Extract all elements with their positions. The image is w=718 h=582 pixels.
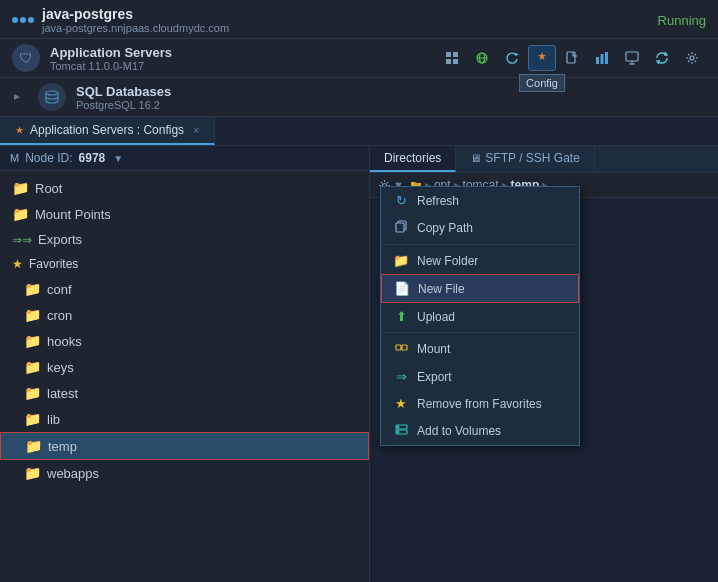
- ctx-upload-label: Upload: [417, 310, 455, 324]
- favorites-header: ★ Favorites: [0, 252, 369, 276]
- globe-btn[interactable]: [468, 45, 496, 71]
- tab-sftp[interactable]: 🖥 SFTP / SSH Gate: [456, 146, 594, 172]
- copy-icon: [393, 220, 409, 236]
- app-icon: [12, 17, 34, 23]
- monitor-btn[interactable]: [618, 45, 646, 71]
- shield-icon: 🛡: [12, 44, 40, 72]
- folder-item-webapps[interactable]: 📁 webapps: [0, 460, 369, 486]
- folder-item-exports[interactable]: ⇒⇒ Exports: [0, 227, 369, 252]
- dropdown-arrow[interactable]: ▼: [113, 153, 123, 164]
- ctx-new-file-label: New File: [418, 282, 465, 296]
- export-icon: ⇒: [393, 369, 409, 384]
- ctx-mount-label: Mount: [417, 342, 450, 356]
- folder-icon-conf: 📁: [24, 281, 41, 297]
- folder-icon-cron: 📁: [24, 307, 41, 323]
- dir-tabs: Directories 🖥 SFTP / SSH Gate: [370, 146, 718, 173]
- folder-label-exports: Exports: [38, 232, 82, 247]
- folder-icon-webapps: 📁: [24, 465, 41, 481]
- node-version-appservers: Tomcat 11.0.0-M17: [50, 60, 172, 72]
- folder-label-root: Root: [35, 181, 62, 196]
- ctx-add-volumes[interactable]: Add to Volumes: [381, 417, 579, 445]
- folder-item-keys[interactable]: 📁 keys: [0, 354, 369, 380]
- ctx-divider-2: [381, 332, 579, 333]
- svg-rect-3: [453, 59, 458, 64]
- ctx-export[interactable]: ⇒ Export: [381, 363, 579, 390]
- sftp-tab-inner: 🖥 SFTP / SSH Gate: [470, 151, 579, 165]
- folder-item-lib[interactable]: 📁 lib: [0, 406, 369, 432]
- folder-label-conf: conf: [47, 282, 72, 297]
- star-remove-icon: ★: [393, 396, 409, 411]
- left-panel: M Node ID: 6978 ▼ 📁 Root 📁 Mount Points …: [0, 146, 370, 582]
- folder-item-temp[interactable]: 📁 temp: [0, 432, 369, 460]
- ctx-new-folder[interactable]: 📁 New Folder: [381, 247, 579, 274]
- app-info: java-postgres java-postgres.nnjpaas.clou…: [12, 6, 229, 34]
- dot-blue-3: [28, 17, 34, 23]
- node-row-appservers[interactable]: 🛡 Application Servers Tomcat 11.0.0-M17 …: [0, 39, 718, 78]
- app-subtitle: java-postgres.nnjpaas.cloudmydc.com: [42, 22, 229, 34]
- app-title-group: java-postgres java-postgres.nnjpaas.clou…: [42, 6, 229, 34]
- upload-icon: ⬆: [393, 309, 409, 324]
- ctx-copy-path-label: Copy Path: [417, 221, 473, 235]
- folder-icon-lib: 📁: [24, 411, 41, 427]
- svg-point-26: [397, 431, 399, 433]
- dot-blue-2: [20, 17, 26, 23]
- tab-directories[interactable]: Directories: [370, 146, 456, 172]
- config-btn[interactable]: Config: [528, 45, 556, 71]
- folder-label-lib: lib: [47, 412, 60, 427]
- ctx-refresh[interactable]: ↻ Refresh: [381, 187, 579, 214]
- folder-item-cron[interactable]: 📁 cron: [0, 302, 369, 328]
- folder-item-mount[interactable]: 📁 Mount Points: [0, 201, 369, 227]
- svg-marker-15: [14, 94, 20, 100]
- svg-point-16: [46, 91, 58, 95]
- context-menu: ↻ Refresh Copy Path 📁 New Folder 📄 New F…: [380, 186, 580, 446]
- tab-configs[interactable]: Application Servers : Configs ×: [0, 117, 215, 145]
- db-icon: [38, 83, 66, 111]
- ctx-mount[interactable]: Mount: [381, 335, 579, 363]
- folder-icon-temp: 📁: [25, 438, 42, 454]
- volumes-icon: [393, 423, 409, 439]
- toolbar-row: Config: [438, 45, 706, 71]
- ctx-copy-path[interactable]: Copy Path: [381, 214, 579, 242]
- folder-list: 📁 Root 📁 Mount Points ⇒⇒ Exports ★ Favor…: [0, 171, 369, 582]
- grid-btn[interactable]: [438, 45, 466, 71]
- sync-btn[interactable]: [648, 45, 676, 71]
- tab-directories-label: Directories: [384, 151, 441, 165]
- new-file-icon: 📄: [394, 281, 410, 296]
- svg-rect-20: [396, 345, 401, 350]
- app-title: java-postgres: [42, 6, 229, 22]
- file-btn[interactable]: [558, 45, 586, 71]
- favorites-label: Favorites: [29, 257, 78, 271]
- main-content: M Node ID: 6978 ▼ 📁 Root 📁 Mount Points …: [0, 146, 718, 582]
- node-row-sql[interactable]: SQL Databases PostgreSQL 16.2: [0, 78, 718, 117]
- svg-rect-1: [453, 52, 458, 57]
- tab-label: Application Servers : Configs: [30, 123, 184, 137]
- node-text-appservers: Application Servers Tomcat 11.0.0-M17: [50, 45, 172, 72]
- ctx-upload[interactable]: ⬆ Upload: [381, 303, 579, 330]
- expand-arrow[interactable]: [12, 90, 28, 105]
- ctx-refresh-label: Refresh: [417, 194, 459, 208]
- svg-point-14: [690, 56, 694, 60]
- ctx-export-label: Export: [417, 370, 452, 384]
- ctx-remove-favorites[interactable]: ★ Remove from Favorites: [381, 390, 579, 417]
- node-id-value: 6978: [79, 151, 106, 165]
- ctx-new-file[interactable]: 📄 New File: [381, 274, 579, 303]
- tab-close[interactable]: ×: [193, 124, 199, 136]
- folder-item-hooks[interactable]: 📁 hooks: [0, 328, 369, 354]
- chart-btn[interactable]: [588, 45, 616, 71]
- ctx-remove-favorites-label: Remove from Favorites: [417, 397, 542, 411]
- svg-rect-7: [567, 52, 575, 63]
- folder-label-keys: keys: [47, 360, 74, 375]
- dot-blue: [12, 17, 18, 23]
- folder-icon-mount: 📁: [12, 206, 29, 222]
- folder-item-conf[interactable]: 📁 conf: [0, 276, 369, 302]
- folder-label-mount: Mount Points: [35, 207, 111, 222]
- refresh-btn[interactable]: [498, 45, 526, 71]
- settings-btn[interactable]: [678, 45, 706, 71]
- m-label: M: [10, 152, 19, 164]
- node-name-sql: SQL Databases: [76, 84, 171, 99]
- folder-item-root[interactable]: 📁 Root: [0, 175, 369, 201]
- refresh-icon: ↻: [393, 193, 409, 208]
- folder-label-webapps: webapps: [47, 466, 99, 481]
- star-icon: ★: [12, 257, 23, 271]
- folder-item-latest[interactable]: 📁 latest: [0, 380, 369, 406]
